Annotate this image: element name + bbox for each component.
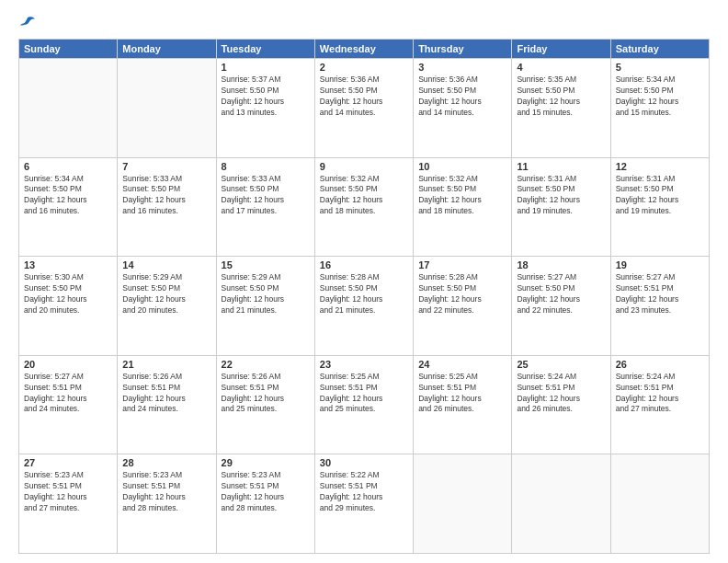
- calendar-cell: 22Sunrise: 5:26 AM Sunset: 5:51 PM Dayli…: [216, 355, 314, 454]
- calendar-cell: 5Sunrise: 5:34 AM Sunset: 5:50 PM Daylig…: [610, 59, 709, 158]
- day-info: Sunrise: 5:27 AM Sunset: 5:51 PM Dayligh…: [24, 372, 112, 416]
- calendar-cell: 26Sunrise: 5:24 AM Sunset: 5:51 PM Dayli…: [610, 355, 709, 454]
- day-info: Sunrise: 5:29 AM Sunset: 5:50 PM Dayligh…: [222, 272, 310, 316]
- calendar-cell: 15Sunrise: 5:29 AM Sunset: 5:50 PM Dayli…: [216, 257, 314, 356]
- day-info: Sunrise: 5:25 AM Sunset: 5:51 PM Dayligh…: [320, 372, 408, 416]
- day-number: 26: [616, 359, 704, 370]
- day-number: 30: [320, 457, 408, 468]
- day-info: Sunrise: 5:32 AM Sunset: 5:50 PM Dayligh…: [320, 174, 408, 218]
- calendar-header-thursday: Thursday: [414, 40, 512, 59]
- day-info: Sunrise: 5:31 AM Sunset: 5:50 PM Dayligh…: [517, 174, 605, 218]
- day-number: 25: [517, 359, 605, 370]
- calendar-header-tuesday: Tuesday: [216, 40, 314, 59]
- day-info: Sunrise: 5:35 AM Sunset: 5:50 PM Dayligh…: [517, 75, 605, 119]
- calendar-cell: 13Sunrise: 5:30 AM Sunset: 5:50 PM Dayli…: [19, 257, 118, 356]
- day-info: Sunrise: 5:24 AM Sunset: 5:51 PM Dayligh…: [517, 372, 605, 416]
- calendar-cell: 21Sunrise: 5:26 AM Sunset: 5:51 PM Dayli…: [118, 355, 216, 454]
- calendar-cell: 23Sunrise: 5:25 AM Sunset: 5:51 PM Dayli…: [314, 355, 413, 454]
- day-info: Sunrise: 5:29 AM Sunset: 5:50 PM Dayligh…: [122, 272, 210, 316]
- calendar-header-saturday: Saturday: [610, 40, 709, 59]
- calendar-cell: 19Sunrise: 5:27 AM Sunset: 5:51 PM Dayli…: [610, 257, 709, 356]
- day-number: 29: [222, 457, 310, 468]
- day-number: 1: [222, 62, 310, 73]
- calendar-header-monday: Monday: [118, 40, 216, 59]
- day-number: 8: [222, 161, 310, 172]
- calendar-cell: 12Sunrise: 5:31 AM Sunset: 5:50 PM Dayli…: [610, 157, 709, 257]
- day-number: 10: [418, 161, 506, 172]
- calendar-cell: 30Sunrise: 5:22 AM Sunset: 5:51 PM Dayli…: [314, 454, 413, 554]
- week-row-3: 13Sunrise: 5:30 AM Sunset: 5:50 PM Dayli…: [19, 257, 710, 356]
- calendar-cell: [414, 454, 512, 554]
- day-number: 21: [122, 359, 210, 370]
- day-number: 27: [24, 457, 112, 468]
- calendar-cell: [118, 59, 216, 158]
- day-info: Sunrise: 5:28 AM Sunset: 5:50 PM Dayligh…: [418, 272, 506, 316]
- day-info: Sunrise: 5:28 AM Sunset: 5:50 PM Dayligh…: [320, 272, 408, 316]
- day-number: 6: [24, 161, 112, 172]
- calendar-cell: 14Sunrise: 5:29 AM Sunset: 5:50 PM Dayli…: [118, 257, 216, 356]
- day-info: Sunrise: 5:22 AM Sunset: 5:51 PM Dayligh…: [320, 470, 408, 514]
- calendar-cell: 20Sunrise: 5:27 AM Sunset: 5:51 PM Dayli…: [19, 355, 118, 454]
- logo: [18, 15, 35, 29]
- week-row-2: 6Sunrise: 5:34 AM Sunset: 5:50 PM Daylig…: [19, 157, 710, 257]
- day-info: Sunrise: 5:26 AM Sunset: 5:51 PM Dayligh…: [122, 372, 210, 416]
- day-info: Sunrise: 5:27 AM Sunset: 5:50 PM Dayligh…: [517, 272, 605, 316]
- calendar-cell: 4Sunrise: 5:35 AM Sunset: 5:50 PM Daylig…: [512, 59, 610, 158]
- day-info: Sunrise: 5:31 AM Sunset: 5:50 PM Dayligh…: [616, 174, 704, 218]
- calendar-cell: 8Sunrise: 5:33 AM Sunset: 5:50 PM Daylig…: [216, 157, 314, 257]
- day-number: 4: [517, 62, 605, 73]
- calendar-cell: [610, 454, 709, 554]
- calendar-cell: 24Sunrise: 5:25 AM Sunset: 5:51 PM Dayli…: [414, 355, 512, 454]
- header: [18, 15, 710, 29]
- day-number: 19: [616, 259, 704, 270]
- calendar-cell: [19, 59, 118, 158]
- day-number: 28: [122, 457, 210, 468]
- day-number: 17: [418, 259, 506, 270]
- day-number: 5: [616, 62, 704, 73]
- day-number: 3: [418, 62, 506, 73]
- logo-bird-icon: [20, 15, 35, 29]
- day-info: Sunrise: 5:26 AM Sunset: 5:51 PM Dayligh…: [222, 372, 310, 416]
- day-info: Sunrise: 5:34 AM Sunset: 5:50 PM Dayligh…: [616, 75, 704, 119]
- calendar-cell: 17Sunrise: 5:28 AM Sunset: 5:50 PM Dayli…: [414, 257, 512, 356]
- calendar-cell: 11Sunrise: 5:31 AM Sunset: 5:50 PM Dayli…: [512, 157, 610, 257]
- calendar-cell: 10Sunrise: 5:32 AM Sunset: 5:50 PM Dayli…: [414, 157, 512, 257]
- day-number: 2: [320, 62, 408, 73]
- week-row-1: 1Sunrise: 5:37 AM Sunset: 5:50 PM Daylig…: [19, 59, 710, 158]
- calendar-header-friday: Friday: [512, 40, 610, 59]
- calendar-header-row: SundayMondayTuesdayWednesdayThursdayFrid…: [19, 40, 710, 59]
- day-info: Sunrise: 5:34 AM Sunset: 5:50 PM Dayligh…: [24, 174, 112, 218]
- calendar-cell: 16Sunrise: 5:28 AM Sunset: 5:50 PM Dayli…: [314, 257, 413, 356]
- day-number: 12: [616, 161, 704, 172]
- calendar-cell: [512, 454, 610, 554]
- calendar-table: SundayMondayTuesdayWednesdayThursdayFrid…: [18, 39, 710, 554]
- day-number: 7: [122, 161, 210, 172]
- day-number: 16: [320, 259, 408, 270]
- day-number: 9: [320, 161, 408, 172]
- day-info: Sunrise: 5:33 AM Sunset: 5:50 PM Dayligh…: [122, 174, 210, 218]
- day-info: Sunrise: 5:32 AM Sunset: 5:50 PM Dayligh…: [418, 174, 506, 218]
- day-info: Sunrise: 5:30 AM Sunset: 5:50 PM Dayligh…: [24, 272, 112, 316]
- day-number: 20: [24, 359, 112, 370]
- day-info: Sunrise: 5:25 AM Sunset: 5:51 PM Dayligh…: [418, 372, 506, 416]
- calendar-header-sunday: Sunday: [19, 40, 118, 59]
- calendar-cell: 1Sunrise: 5:37 AM Sunset: 5:50 PM Daylig…: [216, 59, 314, 158]
- calendar-cell: 9Sunrise: 5:32 AM Sunset: 5:50 PM Daylig…: [314, 157, 413, 257]
- calendar-cell: 18Sunrise: 5:27 AM Sunset: 5:50 PM Dayli…: [512, 257, 610, 356]
- day-number: 11: [517, 161, 605, 172]
- calendar-cell: 7Sunrise: 5:33 AM Sunset: 5:50 PM Daylig…: [118, 157, 216, 257]
- day-info: Sunrise: 5:27 AM Sunset: 5:51 PM Dayligh…: [616, 272, 704, 316]
- day-number: 14: [122, 259, 210, 270]
- day-info: Sunrise: 5:23 AM Sunset: 5:51 PM Dayligh…: [222, 470, 310, 514]
- day-number: 18: [517, 259, 605, 270]
- calendar-cell: 29Sunrise: 5:23 AM Sunset: 5:51 PM Dayli…: [216, 454, 314, 554]
- calendar-cell: 3Sunrise: 5:36 AM Sunset: 5:50 PM Daylig…: [414, 59, 512, 158]
- calendar-cell: 6Sunrise: 5:34 AM Sunset: 5:50 PM Daylig…: [19, 157, 118, 257]
- day-number: 23: [320, 359, 408, 370]
- calendar-header-wednesday: Wednesday: [314, 40, 413, 59]
- day-info: Sunrise: 5:24 AM Sunset: 5:51 PM Dayligh…: [616, 372, 704, 416]
- day-info: Sunrise: 5:33 AM Sunset: 5:50 PM Dayligh…: [222, 174, 310, 218]
- week-row-5: 27Sunrise: 5:23 AM Sunset: 5:51 PM Dayli…: [19, 454, 710, 554]
- day-info: Sunrise: 5:36 AM Sunset: 5:50 PM Dayligh…: [418, 75, 506, 119]
- day-number: 24: [418, 359, 506, 370]
